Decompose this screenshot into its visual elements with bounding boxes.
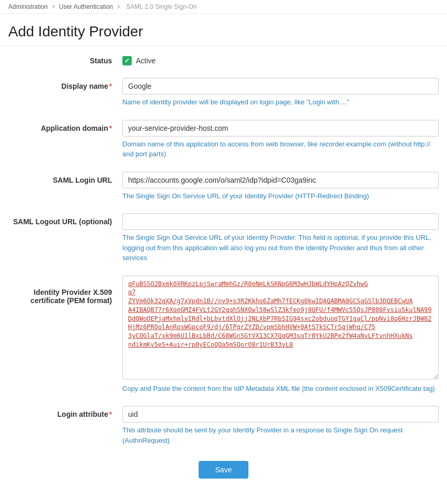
certificate-row: Identity Provider X.509 certificate (PEM…	[8, 276, 439, 394]
app-domain-field: Domain name of this application to acces…	[122, 120, 439, 159]
display-name-row: Display name* Name of identity provider …	[8, 78, 439, 107]
breadcrumb-sep2: >	[117, 3, 122, 10]
login-attribute-row: Login attribute* This attribute should b…	[8, 406, 439, 445]
saml-logout-url-help: The Single Sign Out Service URL of your …	[122, 233, 439, 263]
login-attribute-label: Login attribute*	[8, 406, 122, 418]
display-name-help: Name of identity provider will be displa…	[122, 97, 439, 107]
login-attribute-required: *	[109, 410, 112, 418]
certificate-label: Identity Provider X.509 certificate (PEM…	[8, 276, 122, 305]
certificate-help: Copy and Paste the content from the IdP …	[122, 384, 439, 394]
display-name-input[interactable]	[122, 78, 439, 94]
saml-login-url-input[interactable]	[122, 172, 439, 188]
save-row: Save	[8, 461, 439, 479]
status-label: Status	[8, 57, 122, 65]
breadcrumb-current: SAML 2.0 Single Sign-On	[126, 3, 197, 10]
status-checkbox[interactable]	[122, 56, 132, 65]
login-attribute-help: This attribute should be sent by your Id…	[122, 425, 439, 445]
status-checkbox-wrap: Active	[122, 56, 156, 65]
status-row: Status Active	[8, 56, 439, 65]
saml-logout-url-field: The Single Sign Out Service URL of your …	[122, 213, 439, 263]
app-domain-help: Domain name of this application to acces…	[122, 139, 439, 159]
app-domain-row: Application domain* Domain name of this …	[8, 120, 439, 159]
saml-logout-url-row: SAML Logout URL (optional) The Single Si…	[8, 213, 439, 263]
login-attribute-input[interactable]	[122, 406, 439, 423]
saml-login-url-field: The Single Sign On Service URL of your I…	[122, 172, 439, 201]
breadcrumb-user-auth[interactable]: User Authentication	[59, 3, 113, 10]
save-button[interactable]: Save	[199, 461, 248, 479]
certificate-textarea[interactable]: qFuBSSO2Bxmk0XRKpzLpjSwraMmhGz/R8eNmLkSK…	[122, 276, 439, 379]
display-name-field: Name of identity provider will be displa…	[122, 78, 439, 107]
saml-login-url-row: SAML Login URL The Single Sign On Servic…	[8, 172, 439, 201]
saml-logout-url-input[interactable]	[122, 213, 439, 230]
breadcrumb-sep1: >	[51, 3, 57, 10]
display-name-label: Display name*	[8, 78, 122, 90]
page-title: Add Identity Provider	[8, 23, 439, 40]
breadcrumb: Administration > User Authentication > S…	[0, 0, 447, 14]
form-container: Status Active Display name* Name of iden…	[0, 51, 447, 494]
certificate-field: qFuBSSO2Bxmk0XRKpzLpjSwraMmhGz/R8eNmLkSK…	[122, 276, 439, 394]
status-checkbox-label: Active	[136, 57, 156, 65]
app-domain-label: Application domain*	[8, 120, 122, 132]
saml-login-url-help: The Single Sign On Service URL of your I…	[122, 191, 439, 201]
saml-logout-url-label: SAML Logout URL (optional)	[8, 213, 122, 226]
breadcrumb-admin[interactable]: Administration	[8, 3, 48, 10]
saml-login-url-label: SAML Login URL	[8, 172, 122, 184]
app-domain-required: *	[109, 124, 112, 132]
app-domain-input[interactable]	[122, 120, 439, 137]
display-name-required: *	[109, 82, 112, 90]
page-header: Add Identity Provider	[0, 14, 447, 45]
login-attribute-field: This attribute should be sent by your Id…	[122, 406, 439, 445]
